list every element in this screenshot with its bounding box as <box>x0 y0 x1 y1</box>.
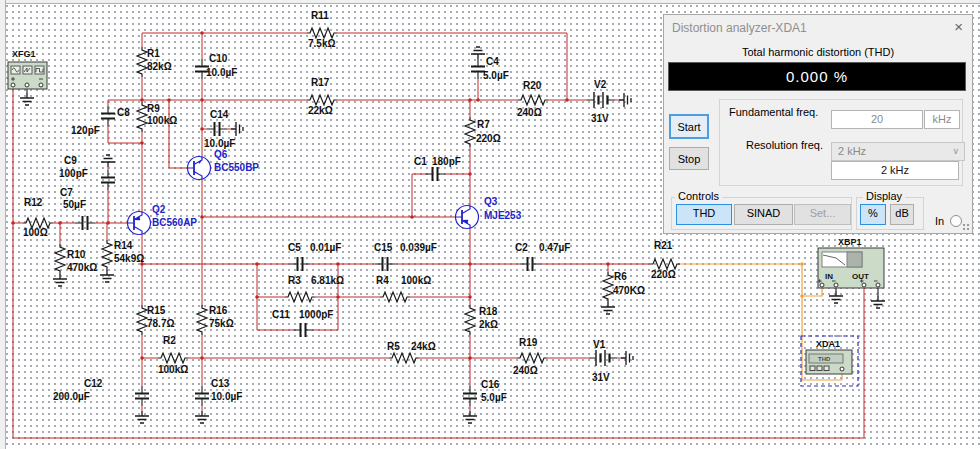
capacitor-C5[interactable] <box>290 257 310 271</box>
capacitor-C2[interactable] <box>520 257 540 271</box>
val-label-R11: 7.5kΩ <box>308 38 335 49</box>
val-label-C15: 0.039µF <box>400 242 437 253</box>
triangle-wave-icon[interactable] <box>23 66 32 74</box>
resistor-R10[interactable] <box>55 244 65 274</box>
label-XDA1: XDA1 <box>816 339 840 349</box>
ref-label-Q3: Q3 <box>484 196 498 207</box>
val-label-R2: 100kΩ <box>158 364 188 375</box>
ref-label-R3: R3 <box>288 275 301 286</box>
thd-mode-button[interactable]: THD <box>676 204 732 225</box>
capacitor-C16[interactable] <box>463 386 477 406</box>
resolution-freq-display: 2 kHz <box>831 161 959 180</box>
ground-icon <box>53 274 67 286</box>
val-label-C4: 5.0µF <box>483 70 509 81</box>
val-label-R18: 2kΩ <box>479 319 498 330</box>
ground-icon <box>195 411 209 423</box>
ref-label-R1: R1 <box>147 48 160 59</box>
da-lcd-text: THD <box>818 356 831 362</box>
ref-label-R10: R10 <box>67 249 86 260</box>
db-button[interactable]: dB <box>890 204 914 225</box>
in-label: In <box>935 215 944 227</box>
ref-label-R17: R17 <box>311 77 330 88</box>
val-label-R3: 6.81kΩ <box>311 275 344 286</box>
val-label-R10: 470kΩ <box>67 262 97 273</box>
val-label-R19: 240Ω <box>513 365 538 376</box>
resistor-R21[interactable] <box>650 259 680 269</box>
resize-grip[interactable] <box>962 223 970 231</box>
ground-icon <box>100 270 114 282</box>
val-label-R21: 220Ω <box>651 269 676 280</box>
resistor-R18[interactable] <box>465 305 475 335</box>
capacitor-C11[interactable] <box>293 323 313 337</box>
battery-V1[interactable] <box>589 350 617 366</box>
resistor-R4[interactable] <box>380 292 410 302</box>
capacitor-C14[interactable] <box>207 122 227 136</box>
resistor-R14[interactable] <box>102 240 112 270</box>
resistor-R5[interactable] <box>389 353 419 363</box>
resistor-R1[interactable] <box>137 47 147 77</box>
ground-icon <box>601 302 615 314</box>
thd-caption: Total harmonic distortion (THD) <box>664 46 972 58</box>
resistor-R19[interactable] <box>517 353 547 363</box>
ground-icon <box>463 411 477 423</box>
in-radio[interactable] <box>950 215 962 227</box>
resistor-R2[interactable] <box>158 353 188 363</box>
val-label-R6: 470KΩ <box>613 285 645 296</box>
ref-label-C1: C1 <box>414 156 427 167</box>
chevron-down-icon[interactable]: ∨ <box>952 143 959 160</box>
resistor-R9[interactable] <box>137 102 147 132</box>
val-label-R20: 240Ω <box>517 107 542 118</box>
val-label-Q3: MJE253 <box>484 210 522 221</box>
dialog-titlebar[interactable]: Distortion analyzer-XDA1 × <box>664 15 972 39</box>
bode-plotter-XBP1[interactable] <box>818 248 884 288</box>
capacitor-C7[interactable] <box>75 216 95 230</box>
bp-out-label: OUT <box>852 272 869 281</box>
val-label-R7: 220Ω <box>476 133 501 144</box>
close-icon[interactable]: × <box>954 18 963 35</box>
resistor-R15[interactable] <box>137 305 147 335</box>
resistor-R6[interactable] <box>603 272 613 302</box>
label-XFG1: XFG1 <box>12 49 36 59</box>
ground-icon <box>829 291 843 303</box>
val-label-R4: 100kΩ <box>401 275 431 286</box>
val-label-R15: 78.7Ω <box>147 318 174 329</box>
ref-label-R18: R18 <box>479 306 498 317</box>
transistor-Q3[interactable] <box>456 206 479 229</box>
resistor-R3[interactable] <box>285 292 315 302</box>
resistor-R7[interactable] <box>465 117 475 147</box>
function-generator-XFG1[interactable] <box>8 62 47 89</box>
resolution-freq-value: 2 kHz <box>838 145 866 157</box>
start-button[interactable]: Start <box>669 114 709 139</box>
percent-button[interactable]: % <box>860 204 886 225</box>
ref-label-C12: C12 <box>84 378 103 389</box>
capacitor-C1[interactable] <box>425 167 445 181</box>
ref-label-R7: R7 <box>477 119 490 130</box>
resistor-R11[interactable] <box>307 28 337 38</box>
transistor-Q6[interactable] <box>188 157 211 180</box>
fundamental-freq-input[interactable]: 20 <box>831 110 923 129</box>
resistor-R17[interactable] <box>307 95 337 105</box>
capacitor-C9[interactable] <box>101 170 115 190</box>
capacitor-C15[interactable] <box>375 257 395 271</box>
capacitor-C8[interactable] <box>101 106 115 126</box>
val-label-C10: 10.0µF <box>206 67 237 78</box>
resistor-R20[interactable] <box>518 95 548 105</box>
ref-label-V2: V2 <box>594 79 607 90</box>
battery-V2[interactable] <box>587 92 615 108</box>
val-label-C13: 10.0µF <box>211 391 242 402</box>
resolution-freq-select[interactable]: 2 kHz ∨ <box>831 142 965 161</box>
capacitor-C13[interactable] <box>195 386 209 406</box>
val-label-Q2: BC560AP <box>152 217 197 228</box>
val-label-C14: 10.0µF <box>204 138 235 149</box>
val-label-R9: 100kΩ <box>147 115 177 126</box>
transistor-Q2[interactable] <box>128 212 151 235</box>
ref-label-C15: C15 <box>374 242 393 253</box>
dialog-title: Distortion analyzer-XDA1 <box>672 21 807 35</box>
val-label-C8: 120pF <box>71 125 100 136</box>
resistor-R16[interactable] <box>197 305 207 335</box>
val-label-C12: 200.0µF <box>53 391 90 402</box>
capacitor-C12[interactable] <box>135 386 149 406</box>
stop-button[interactable]: Stop <box>669 147 709 170</box>
sinad-mode-button[interactable]: SINAD <box>734 204 793 225</box>
ground-icon <box>231 122 243 136</box>
